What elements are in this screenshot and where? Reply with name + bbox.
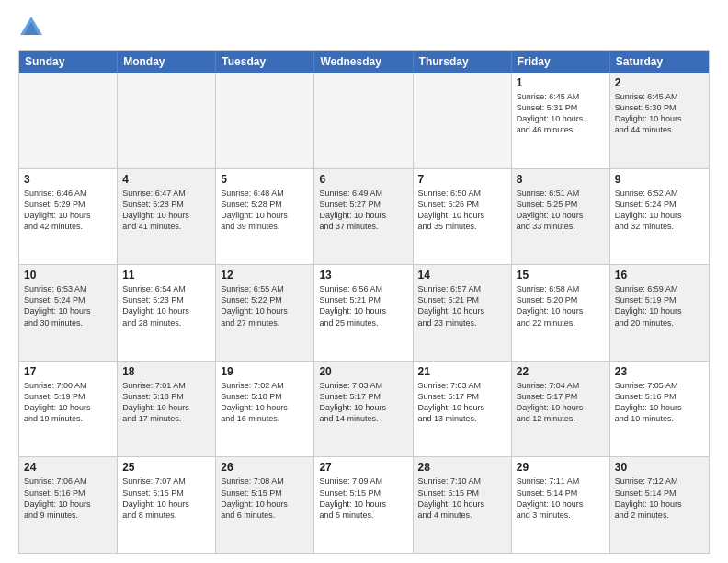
header-cell-thursday: Thursday — [414, 51, 512, 73]
header-cell-sunday: Sunday — [19, 51, 118, 73]
header — [18, 15, 710, 40]
header-cell-friday: Friday — [512, 51, 610, 73]
day-info: Sunrise: 7:02 AM Sunset: 5:18 PM Dayligh… — [221, 380, 309, 425]
day-number: 21 — [418, 365, 506, 378]
day-number: 12 — [221, 269, 309, 282]
day-number: 7 — [418, 173, 506, 186]
day-number: 30 — [615, 461, 704, 474]
day-number: 20 — [319, 365, 407, 378]
day-cell-9: 9Sunrise: 6:52 AM Sunset: 5:24 PM Daylig… — [610, 169, 709, 265]
day-number: 29 — [517, 461, 605, 474]
day-number: 19 — [221, 365, 309, 378]
day-number: 6 — [319, 173, 407, 186]
day-info: Sunrise: 6:53 AM Sunset: 5:24 PM Dayligh… — [24, 283, 112, 328]
empty-cell-0-2 — [216, 73, 314, 168]
day-info: Sunrise: 7:08 AM Sunset: 5:15 PM Dayligh… — [221, 476, 309, 521]
day-info: Sunrise: 7:00 AM Sunset: 5:19 PM Dayligh… — [24, 380, 112, 425]
day-info: Sunrise: 6:54 AM Sunset: 5:23 PM Dayligh… — [122, 283, 210, 328]
day-info: Sunrise: 6:57 AM Sunset: 5:21 PM Dayligh… — [418, 283, 506, 328]
day-number: 5 — [221, 173, 309, 186]
day-info: Sunrise: 6:49 AM Sunset: 5:27 PM Dayligh… — [319, 188, 407, 233]
day-number: 23 — [615, 365, 704, 378]
calendar-body: 1Sunrise: 6:45 AM Sunset: 5:31 PM Daylig… — [19, 73, 709, 553]
day-info: Sunrise: 7:12 AM Sunset: 5:14 PM Dayligh… — [615, 476, 704, 521]
calendar: SundayMondayTuesdayWednesdayThursdayFrid… — [18, 50, 710, 554]
day-cell-6: 6Sunrise: 6:49 AM Sunset: 5:27 PM Daylig… — [314, 169, 413, 265]
day-number: 27 — [319, 461, 407, 474]
header-cell-monday: Monday — [118, 51, 216, 73]
day-info: Sunrise: 6:59 AM Sunset: 5:19 PM Dayligh… — [615, 283, 704, 328]
day-number: 3 — [24, 173, 112, 186]
day-info: Sunrise: 7:03 AM Sunset: 5:17 PM Dayligh… — [418, 380, 506, 425]
day-cell-23: 23Sunrise: 7:05 AM Sunset: 5:16 PM Dayli… — [610, 362, 709, 457]
day-cell-3: 3Sunrise: 6:46 AM Sunset: 5:29 PM Daylig… — [19, 169, 118, 265]
logo-icon — [18, 15, 44, 40]
day-number: 18 — [122, 365, 210, 378]
empty-cell-0-1 — [118, 73, 216, 168]
day-number: 1 — [517, 76, 605, 89]
header-cell-wednesday: Wednesday — [314, 51, 413, 73]
day-info: Sunrise: 6:52 AM Sunset: 5:24 PM Dayligh… — [615, 188, 704, 233]
day-cell-14: 14Sunrise: 6:57 AM Sunset: 5:21 PM Dayli… — [414, 265, 512, 361]
day-cell-17: 17Sunrise: 7:00 AM Sunset: 5:19 PM Dayli… — [19, 362, 118, 457]
day-cell-1: 1Sunrise: 6:45 AM Sunset: 5:31 PM Daylig… — [512, 73, 610, 168]
day-number: 13 — [319, 269, 407, 282]
day-number: 22 — [517, 365, 605, 378]
calendar-row-4: 24Sunrise: 7:06 AM Sunset: 5:16 PM Dayli… — [19, 457, 709, 553]
day-cell-20: 20Sunrise: 7:03 AM Sunset: 5:17 PM Dayli… — [314, 362, 413, 457]
header-cell-tuesday: Tuesday — [216, 51, 314, 73]
day-cell-22: 22Sunrise: 7:04 AM Sunset: 5:17 PM Dayli… — [512, 362, 610, 457]
day-number: 11 — [122, 269, 210, 282]
day-info: Sunrise: 7:04 AM Sunset: 5:17 PM Dayligh… — [517, 380, 605, 425]
day-cell-21: 21Sunrise: 7:03 AM Sunset: 5:17 PM Dayli… — [414, 362, 512, 457]
page: SundayMondayTuesdayWednesdayThursdayFrid… — [0, 0, 728, 563]
day-cell-7: 7Sunrise: 6:50 AM Sunset: 5:26 PM Daylig… — [414, 169, 512, 265]
day-cell-12: 12Sunrise: 6:55 AM Sunset: 5:22 PM Dayli… — [216, 265, 314, 361]
day-number: 9 — [615, 173, 704, 186]
empty-cell-0-0 — [19, 73, 118, 168]
day-cell-15: 15Sunrise: 6:58 AM Sunset: 5:20 PM Dayli… — [512, 265, 610, 361]
logo — [18, 15, 48, 40]
calendar-row-2: 10Sunrise: 6:53 AM Sunset: 5:24 PM Dayli… — [19, 265, 709, 362]
day-number: 15 — [517, 269, 605, 282]
day-info: Sunrise: 7:03 AM Sunset: 5:17 PM Dayligh… — [319, 380, 407, 425]
day-info: Sunrise: 7:05 AM Sunset: 5:16 PM Dayligh… — [615, 380, 704, 425]
day-cell-28: 28Sunrise: 7:10 AM Sunset: 5:15 PM Dayli… — [414, 457, 512, 553]
day-info: Sunrise: 7:11 AM Sunset: 5:14 PM Dayligh… — [517, 476, 605, 521]
day-info: Sunrise: 6:48 AM Sunset: 5:28 PM Dayligh… — [221, 188, 309, 233]
day-cell-8: 8Sunrise: 6:51 AM Sunset: 5:25 PM Daylig… — [512, 169, 610, 265]
day-info: Sunrise: 6:45 AM Sunset: 5:31 PM Dayligh… — [517, 91, 605, 136]
day-cell-4: 4Sunrise: 6:47 AM Sunset: 5:28 PM Daylig… — [118, 169, 216, 265]
day-cell-5: 5Sunrise: 6:48 AM Sunset: 5:28 PM Daylig… — [216, 169, 314, 265]
day-number: 26 — [221, 461, 309, 474]
day-info: Sunrise: 7:07 AM Sunset: 5:15 PM Dayligh… — [122, 476, 210, 521]
day-info: Sunrise: 6:51 AM Sunset: 5:25 PM Dayligh… — [517, 188, 605, 233]
day-info: Sunrise: 7:01 AM Sunset: 5:18 PM Dayligh… — [122, 380, 210, 425]
empty-cell-0-4 — [414, 73, 512, 168]
day-number: 8 — [517, 173, 605, 186]
day-info: Sunrise: 7:06 AM Sunset: 5:16 PM Dayligh… — [24, 476, 112, 521]
day-info: Sunrise: 6:55 AM Sunset: 5:22 PM Dayligh… — [221, 283, 309, 328]
header-cell-saturday: Saturday — [610, 51, 709, 73]
day-info: Sunrise: 6:50 AM Sunset: 5:26 PM Dayligh… — [418, 188, 506, 233]
day-info: Sunrise: 6:46 AM Sunset: 5:29 PM Dayligh… — [24, 188, 112, 233]
day-cell-11: 11Sunrise: 6:54 AM Sunset: 5:23 PM Dayli… — [118, 265, 216, 361]
day-info: Sunrise: 6:58 AM Sunset: 5:20 PM Dayligh… — [517, 283, 605, 328]
day-number: 16 — [615, 269, 704, 282]
day-cell-18: 18Sunrise: 7:01 AM Sunset: 5:18 PM Dayli… — [118, 362, 216, 457]
day-number: 14 — [418, 269, 506, 282]
day-info: Sunrise: 6:45 AM Sunset: 5:30 PM Dayligh… — [615, 91, 704, 136]
day-cell-19: 19Sunrise: 7:02 AM Sunset: 5:18 PM Dayli… — [216, 362, 314, 457]
day-cell-24: 24Sunrise: 7:06 AM Sunset: 5:16 PM Dayli… — [19, 457, 118, 553]
day-cell-27: 27Sunrise: 7:09 AM Sunset: 5:15 PM Dayli… — [314, 457, 413, 553]
calendar-row-3: 17Sunrise: 7:00 AM Sunset: 5:19 PM Dayli… — [19, 362, 709, 458]
day-info: Sunrise: 7:10 AM Sunset: 5:15 PM Dayligh… — [418, 476, 506, 521]
day-cell-29: 29Sunrise: 7:11 AM Sunset: 5:14 PM Dayli… — [512, 457, 610, 553]
day-info: Sunrise: 6:56 AM Sunset: 5:21 PM Dayligh… — [319, 283, 407, 328]
day-number: 24 — [24, 461, 112, 474]
day-number: 17 — [24, 365, 112, 378]
day-cell-30: 30Sunrise: 7:12 AM Sunset: 5:14 PM Dayli… — [610, 457, 709, 553]
day-number: 25 — [122, 461, 210, 474]
day-number: 10 — [24, 269, 112, 282]
day-number: 2 — [615, 76, 704, 89]
